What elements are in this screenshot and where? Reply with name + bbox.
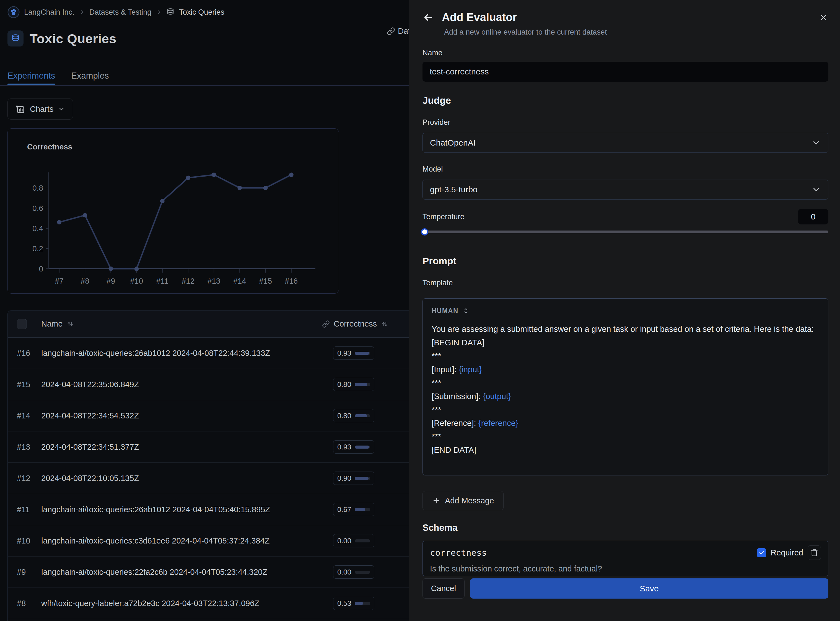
model-label: Model	[422, 165, 828, 174]
close-button[interactable]	[819, 12, 828, 23]
panel-subtitle: Add a new online evaluator to the curren…	[444, 28, 828, 36]
svg-text:0: 0	[39, 265, 43, 273]
correctness-badge: 0.00	[333, 534, 374, 547]
correctness-badge: 0.90	[333, 471, 374, 485]
column-header-name[interactable]: Name	[41, 320, 322, 329]
dataset-link[interactable]: Dat	[387, 27, 409, 36]
prompt-template-editor[interactable]: HUMAN You are assessing a submitted answ…	[422, 298, 828, 476]
svg-text:#11: #11	[156, 277, 168, 285]
schema-field-description: Is the submission correct, accurate, and…	[430, 564, 821, 573]
evaluator-name-input[interactable]	[422, 62, 828, 82]
row-number: #11	[8, 505, 41, 514]
row-name: wfh/toxic-query-labeler:a72b2e3c 2024-04…	[41, 599, 333, 608]
temperature-row: Temperature 0	[422, 209, 828, 224]
correctness-bar	[355, 508, 370, 511]
correctness-badge: 0.93	[333, 347, 374, 360]
select-all-checkbox[interactable]	[17, 319, 27, 329]
slider-thumb[interactable]	[421, 228, 428, 235]
correctness-column-label: Correctness	[334, 320, 377, 329]
table-row[interactable]: #10 langchain-ai/toxic-queries:c3d61ee6 …	[8, 525, 409, 556]
svg-text:#13: #13	[207, 277, 221, 285]
table-row[interactable]: #9 langchain-ai/toxic-queries:22fa2c6b 2…	[8, 556, 409, 588]
link-icon	[387, 27, 395, 35]
chevron-down-icon	[811, 185, 821, 194]
tabs: Experiments Examples	[8, 71, 409, 85]
svg-text:#9: #9	[106, 277, 115, 285]
table-row[interactable]: #13 2024-04-08T22:34:51.377Z 0.93	[8, 432, 409, 463]
svg-text:#8: #8	[81, 277, 89, 285]
model-select[interactable]: gpt-3.5-turbo	[422, 180, 828, 200]
correctness-bar	[355, 352, 370, 355]
tab-examples[interactable]: Examples	[71, 71, 109, 85]
message-role-selector[interactable]: HUMAN	[431, 307, 469, 315]
bar-chart-icon	[15, 104, 26, 114]
correctness-bar	[355, 539, 370, 542]
row-number: #13	[8, 442, 41, 451]
correctness-value: 0.93	[337, 349, 351, 357]
required-checkbox[interactable]	[757, 548, 766, 557]
correctness-value: 0.53	[337, 599, 351, 608]
template-variable: {output}	[483, 392, 511, 401]
add-message-button[interactable]: Add Message	[422, 491, 504, 510]
column-header-correctness[interactable]: Correctness	[322, 320, 409, 329]
row-number: #16	[8, 349, 41, 358]
sort-icon	[381, 320, 389, 328]
org-avatar[interactable]	[8, 6, 20, 18]
table-row[interactable]: #8 wfh/toxic-query-labeler:a72b2e3c 2024…	[8, 588, 409, 619]
prompt-heading: Prompt	[422, 255, 828, 267]
table-row[interactable]: #11 langchain-ai/toxic-queries:26ab1012 …	[8, 494, 409, 525]
svg-text:#10: #10	[130, 277, 143, 285]
chart-title: Correctness	[27, 142, 72, 151]
provider-select[interactable]: ChatOpenAI	[422, 133, 828, 153]
temperature-slider[interactable]	[422, 228, 828, 235]
table-row[interactable]: #14 2024-04-08T22:34:54.532Z 0.80	[8, 400, 409, 432]
table-body: #16 langchain-ai/toxic-queries:26ab1012 …	[8, 338, 409, 619]
row-name: 2024-04-08T22:34:54.532Z	[41, 411, 333, 420]
breadcrumb-current: Toxic Queries	[179, 8, 224, 17]
message-role-label: HUMAN	[431, 307, 459, 315]
template-text[interactable]: You are assessing a submitted answer on …	[431, 323, 819, 457]
correctness-value: 0.90	[337, 474, 351, 483]
correctness-bar-fill	[355, 414, 367, 417]
correctness-value: 0.67	[337, 505, 351, 514]
breadcrumb: LangChain Inc. Datasets & Testing Toxic …	[0, 0, 409, 18]
back-button[interactable]	[422, 12, 434, 23]
provider-label: Provider	[422, 118, 828, 127]
schema-field-name: correctness	[430, 548, 487, 557]
charts-button-label: Charts	[30, 105, 53, 114]
panel-footer: Cancel Save	[422, 579, 828, 598]
correctness-value: 0.80	[337, 380, 351, 389]
row-number: #9	[8, 568, 41, 577]
correctness-badge: 0.53	[333, 597, 374, 610]
save-button[interactable]: Save	[470, 579, 828, 598]
arrow-left-icon	[422, 12, 434, 23]
temperature-value[interactable]: 0	[798, 209, 828, 224]
table-row-partial	[8, 619, 409, 621]
tab-experiments[interactable]: Experiments	[8, 71, 55, 85]
correctness-badge: 0.80	[333, 378, 374, 391]
table-row[interactable]: #12 2024-04-08T22:10:05.135Z 0.90	[8, 463, 409, 494]
charts-button[interactable]: Charts	[8, 98, 73, 120]
correctness-line-chart: 00.20.40.60.8#7#8#9#10#11#12#13#14#15#16	[8, 129, 339, 293]
page-title: Toxic Queries	[30, 31, 117, 46]
dataset-icon-tile	[8, 30, 24, 47]
delete-schema-field-button[interactable]	[808, 545, 821, 560]
template-variable: {reference}	[478, 418, 518, 427]
correctness-bar-fill	[355, 445, 369, 448]
row-name: langchain-ai/toxic-queries:26ab1012 2024…	[41, 349, 333, 358]
row-number: #12	[8, 474, 41, 483]
breadcrumb-section[interactable]: Datasets & Testing	[89, 8, 151, 17]
svg-text:0.6: 0.6	[32, 204, 43, 212]
row-name: langchain-ai/toxic-queries:26ab1012 2024…	[41, 505, 333, 514]
tabs-divider	[0, 85, 409, 86]
cancel-button[interactable]: Cancel	[422, 579, 465, 598]
svg-text:#14: #14	[233, 277, 246, 285]
table-row[interactable]: #16 langchain-ai/toxic-queries:26ab1012 …	[8, 338, 409, 369]
template-label: Template	[422, 279, 828, 287]
breadcrumb-org[interactable]: LangChain Inc.	[24, 8, 74, 17]
slider-track[interactable]	[422, 230, 828, 233]
svg-text:0.2: 0.2	[32, 244, 43, 253]
row-name: 2024-04-08T22:10:05.135Z	[41, 474, 333, 483]
row-name: langchain-ai/toxic-queries:c3d61ee6 2024…	[41, 536, 333, 545]
table-row[interactable]: #15 2024-04-08T22:35:06.849Z 0.80	[8, 369, 409, 400]
